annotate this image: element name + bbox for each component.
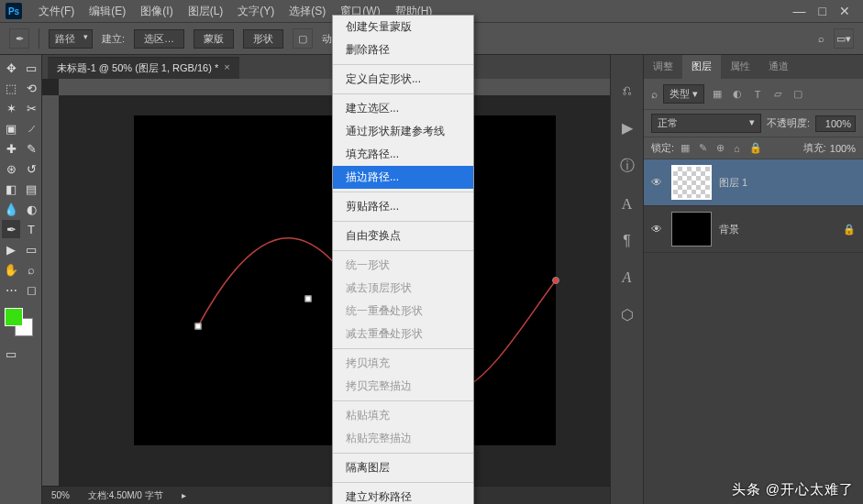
dodge-tool[interactable]: ◐ bbox=[22, 200, 40, 218]
edit-toolbar[interactable]: ⋯ bbox=[2, 280, 20, 299]
blend-mode-dropdown[interactable]: 正常 ▾ bbox=[651, 114, 761, 133]
pen-tool[interactable]: ✒ bbox=[2, 220, 20, 238]
gradient-tool[interactable]: ▤ bbox=[22, 180, 40, 198]
crop-tool[interactable]: ✂ bbox=[22, 99, 40, 117]
layer-thumbnail[interactable] bbox=[671, 212, 712, 247]
tab-properties[interactable]: 属性 bbox=[721, 55, 759, 79]
lock-all-icon[interactable]: 🔒 bbox=[747, 142, 765, 154]
layer-row[interactable]: 👁 背景 🔒 bbox=[644, 206, 863, 253]
visibility-icon[interactable]: 👁 bbox=[651, 223, 664, 236]
history-panel-icon[interactable]: ⎌ bbox=[623, 82, 632, 99]
context-menu-item[interactable]: 隔离图层 bbox=[333, 456, 473, 479]
move-tool[interactable]: ✥ bbox=[2, 59, 20, 77]
rectangle-tool[interactable]: ▭ bbox=[22, 240, 40, 258]
lock-pixels-icon[interactable]: ▦ bbox=[678, 142, 692, 154]
hand-tool[interactable]: ✋ bbox=[2, 260, 20, 279]
collapsed-panel-dock: ⎌ ▶ ⓘ A ¶ A ⬡ bbox=[610, 55, 643, 504]
search-icon[interactable]: ⌕ bbox=[818, 33, 824, 44]
make-shape-button[interactable]: 形状 bbox=[243, 29, 283, 49]
layer-row[interactable]: 👁 图层 1 bbox=[644, 159, 863, 206]
layer-filter-dropdown[interactable]: 类型 ▾ bbox=[663, 84, 704, 104]
tab-channels[interactable]: 通道 bbox=[759, 55, 798, 79]
context-menu-item: 统一重叠处形状 bbox=[333, 300, 473, 323]
context-menu-item[interactable]: 通过形状新建参考线 bbox=[333, 120, 473, 143]
history-brush-tool[interactable]: ↺ bbox=[22, 159, 40, 178]
workspace-switcher-icon[interactable]: ▭▾ bbox=[834, 28, 854, 49]
path-anchor[interactable] bbox=[195, 323, 202, 330]
make-mask-button[interactable]: 蒙版 bbox=[194, 29, 234, 49]
menu-layer[interactable]: 图层(L) bbox=[181, 4, 231, 19]
path-ops-icon[interactable]: ▢ bbox=[293, 28, 313, 49]
tab-adjustments[interactable]: 调整 bbox=[644, 55, 682, 79]
tab-close-icon[interactable]: × bbox=[224, 61, 229, 75]
lock-label: 锁定: bbox=[651, 141, 674, 155]
layer-name[interactable]: 背景 bbox=[719, 223, 739, 236]
type-tool[interactable]: T bbox=[22, 220, 40, 238]
path-mode-dropdown[interactable]: 路径 bbox=[49, 29, 93, 49]
context-menu-item[interactable]: 剪贴路径... bbox=[333, 195, 473, 218]
layer-name[interactable]: 图层 1 bbox=[719, 176, 747, 190]
lock-artboard-icon[interactable]: ⊕ bbox=[714, 142, 727, 154]
doc-info[interactable]: 文档:4.50M/0 字节 bbox=[88, 489, 163, 502]
context-menu-item[interactable]: 自由变换点 bbox=[333, 225, 473, 247]
zoom-level[interactable]: 50% bbox=[51, 490, 70, 500]
context-menu-item[interactable]: 填充路径... bbox=[333, 143, 473, 166]
3d-panel-icon[interactable]: ⬡ bbox=[621, 306, 634, 323]
quick-select-tool[interactable]: ✶ bbox=[2, 99, 20, 117]
play-panel-icon[interactable]: ▶ bbox=[622, 119, 633, 137]
context-menu-item[interactable]: 创建矢量蒙版 bbox=[333, 16, 473, 38]
artboard-tool[interactable]: ▭ bbox=[22, 59, 40, 77]
fill-input[interactable]: 100% bbox=[830, 143, 856, 154]
document-tab[interactable]: 未标题-1 @ 50% (图层 1, RGB/16) * × bbox=[48, 57, 239, 79]
paragraph-panel-icon[interactable]: ¶ bbox=[623, 233, 631, 249]
menu-file[interactable]: 文件(F) bbox=[31, 4, 82, 19]
info-panel-icon[interactable]: ⓘ bbox=[620, 157, 635, 176]
path-endpoint[interactable] bbox=[552, 277, 559, 284]
screen-mode[interactable]: ▭ bbox=[2, 345, 20, 363]
minimize-icon[interactable]: — bbox=[793, 4, 806, 18]
character-panel-icon[interactable]: A bbox=[622, 196, 633, 213]
frame-tool[interactable]: ▣ bbox=[2, 119, 20, 137]
context-menu-item[interactable]: 定义自定形状... bbox=[333, 68, 473, 91]
path-select-tool[interactable]: ▶ bbox=[2, 240, 20, 258]
menu-edit[interactable]: 编辑(E) bbox=[82, 4, 133, 19]
context-menu-item[interactable]: 建立对称路径 bbox=[333, 486, 473, 504]
layer-thumbnail[interactable] bbox=[671, 165, 712, 200]
brush-tool[interactable]: ✎ bbox=[22, 139, 40, 158]
context-menu-item[interactable]: 删除路径 bbox=[333, 38, 473, 61]
make-selection-button[interactable]: 选区… bbox=[134, 29, 184, 49]
lasso-tool[interactable]: ⟲ bbox=[22, 79, 40, 97]
opacity-input[interactable]: 100% bbox=[815, 115, 856, 132]
filter-shape-icon[interactable]: ▱ bbox=[770, 87, 785, 102]
menu-select[interactable]: 选择(S) bbox=[282, 4, 333, 19]
filter-smart-icon[interactable]: ▢ bbox=[791, 87, 805, 102]
tab-layers[interactable]: 图层 bbox=[682, 55, 721, 79]
healing-tool[interactable]: ✚ bbox=[2, 139, 20, 158]
eraser-tool[interactable]: ◧ bbox=[2, 180, 20, 198]
fg-color-swatch[interactable] bbox=[5, 308, 23, 326]
pen-tool-icon[interactable]: ✒ bbox=[9, 28, 29, 49]
lock-position-icon[interactable]: ✎ bbox=[696, 142, 710, 154]
filter-type-icon[interactable]: T bbox=[750, 87, 765, 102]
filter-pixel-icon[interactable]: ▦ bbox=[710, 87, 725, 102]
zoom-tool[interactable]: ⌕ bbox=[22, 260, 40, 279]
menu-image[interactable]: 图像(I) bbox=[133, 4, 180, 19]
maximize-icon[interactable]: □ bbox=[819, 4, 826, 18]
blur-tool[interactable]: 💧 bbox=[2, 200, 20, 218]
fill-label: 填充: bbox=[803, 141, 826, 155]
eyedropper-tool[interactable]: ⟋ bbox=[22, 119, 40, 137]
menu-type[interactable]: 文字(Y) bbox=[230, 4, 282, 19]
clone-tool[interactable]: ⊛ bbox=[2, 159, 20, 178]
color-swatches[interactable] bbox=[2, 308, 40, 343]
path-anchor[interactable] bbox=[305, 296, 312, 302]
filter-adjust-icon[interactable]: ◐ bbox=[730, 87, 745, 102]
marquee-tool[interactable]: ⬚ bbox=[2, 79, 20, 97]
context-menu-item[interactable]: 描边路径... bbox=[333, 166, 473, 189]
context-menu-item[interactable]: 建立选区... bbox=[333, 97, 473, 120]
status-arrow-icon[interactable]: ▸ bbox=[182, 490, 186, 500]
quick-mask[interactable]: ◻ bbox=[22, 280, 40, 299]
visibility-icon[interactable]: 👁 bbox=[651, 176, 664, 189]
glyphs-panel-icon[interactable]: A bbox=[623, 269, 632, 286]
close-icon[interactable]: ✕ bbox=[839, 4, 850, 18]
lock-nest-icon[interactable]: ⌂ bbox=[731, 143, 743, 154]
